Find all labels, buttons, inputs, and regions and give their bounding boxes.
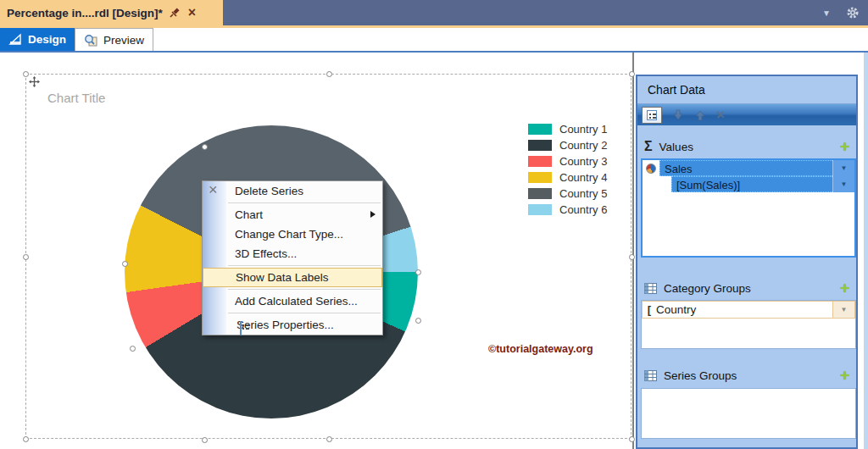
series-groups-listbox[interactable] — [641, 388, 856, 439]
legend-item[interactable]: Country 5 — [528, 186, 607, 202]
legend-item[interactable]: Country 2 — [528, 137, 607, 153]
surface-handle-s[interactable] — [326, 436, 332, 442]
sigma-icon: Σ — [644, 139, 653, 154]
menu-separator — [228, 202, 381, 203]
design-canvas-area: Chart Title Country 1 Country 2 Country … — [0, 53, 868, 449]
right-gutter — [858, 53, 868, 449]
series-pie-icon — [643, 160, 659, 176]
surface-handle-e[interactable] — [629, 254, 635, 260]
add-series-group-button[interactable]: + — [840, 368, 849, 383]
series-groups-header-label: Series Groups — [664, 369, 840, 382]
value-row-sales[interactable]: Sales ▼ — [643, 160, 854, 176]
chart-legend[interactable]: Country 1 Country 2 Country 3 Country 4 … — [528, 121, 607, 218]
menu-item-show-data-labels[interactable]: Show Data Labels — [203, 268, 382, 287]
legend-swatch — [528, 204, 552, 215]
chart-title[interactable]: Chart Title — [47, 91, 105, 105]
category-groups-listbox: [ Country ▼ — [641, 300, 856, 349]
view-tab-strip: Design Preview — [0, 28, 868, 51]
watermark-text: ©tutorialgateway.org — [488, 343, 593, 355]
category-groups-section-header: Category Groups + — [637, 279, 856, 297]
properties-icon — [647, 110, 657, 120]
tab-preview-label: Preview — [103, 34, 144, 47]
menu-separator — [228, 265, 381, 266]
legend-swatch — [528, 124, 552, 135]
right-gutter-strip — [864, 53, 868, 449]
pin-icon[interactable] — [170, 7, 181, 19]
legend-swatch — [528, 172, 552, 183]
bracket-icon: [ — [643, 302, 656, 318]
surface-handle-se[interactable] — [629, 436, 635, 442]
surface-handle-sw[interactable] — [23, 436, 29, 442]
move-down-icon[interactable] — [672, 109, 684, 121]
pie-handle-bottom[interactable] — [202, 437, 208, 443]
category-row-dropdown[interactable]: ▼ — [832, 302, 854, 318]
series-context-menu: × Delete Series Chart Change Chart Type.… — [202, 180, 383, 335]
legend-swatch — [528, 188, 552, 199]
document-tab-title: Percentage in....rdl [Design]* — [7, 7, 163, 19]
document-tab[interactable]: Percentage in....rdl [Design]* × — [0, 0, 223, 25]
menu-item-delete-series[interactable]: × Delete Series — [203, 181, 382, 201]
legend-label: Country 5 — [559, 187, 607, 200]
values-header-label: Values — [659, 141, 840, 153]
pie-handle-lower-right[interactable] — [415, 318, 421, 324]
pie-handle-top[interactable] — [202, 144, 208, 150]
category-groups-header-label: Category Groups — [664, 282, 840, 295]
design-icon — [8, 33, 23, 46]
move-handle-icon[interactable] — [29, 76, 40, 87]
legend-swatch — [528, 156, 552, 167]
menu-item-3d-effects[interactable]: 3D Effects... — [203, 244, 382, 263]
value-row-dropdown[interactable]: ▼ — [832, 160, 854, 176]
add-category-group-button[interactable]: + — [840, 280, 849, 296]
value-row-dropdown[interactable]: ▼ — [832, 176, 854, 192]
legend-label: Country 4 — [559, 171, 607, 184]
window-chevron-down-icon[interactable]: ▼ — [822, 8, 831, 18]
move-up-icon[interactable] — [694, 109, 706, 121]
close-tab-icon[interactable]: × — [188, 7, 196, 19]
tab-design-label: Design — [28, 33, 66, 46]
gear-icon[interactable] — [846, 6, 860, 19]
tab-design[interactable]: Design — [0, 28, 75, 51]
menu-item-change-chart-type[interactable]: Change Chart Type... — [203, 224, 382, 244]
menu-separator — [228, 313, 381, 313]
value-row-label: [Sum(Sales)] — [671, 176, 832, 192]
pie-handle-left[interactable] — [122, 261, 128, 267]
submenu-arrow-icon — [370, 211, 376, 218]
category-row-label: Country — [656, 302, 832, 318]
series-groups-section-header: Series Groups + — [637, 366, 856, 385]
surface-handle-w[interactable] — [23, 254, 29, 260]
pie-handle-right[interactable] — [415, 269, 421, 275]
properties-toolbar-button[interactable] — [642, 107, 662, 124]
menu-item-add-calculated-series[interactable]: Add Calculated Series... — [203, 291, 382, 311]
menu-item-chart[interactable]: Chart — [203, 205, 382, 224]
legend-item[interactable]: Country 6 — [528, 202, 607, 218]
surface-handle-ne[interactable] — [629, 71, 635, 77]
values-section-header: Σ Values + — [637, 137, 856, 156]
legend-label: Country 2 — [559, 139, 607, 152]
table-icon — [644, 283, 657, 294]
delete-x-icon: × — [209, 183, 218, 197]
surface-handle-nw[interactable] — [23, 71, 29, 77]
panel-splitter[interactable] — [632, 53, 634, 449]
chart-data-toolbar: × — [637, 103, 856, 125]
legend-item[interactable]: Country 1 — [528, 121, 607, 137]
legend-swatch — [528, 140, 552, 151]
preview-icon — [84, 34, 98, 47]
value-row-sum-sales[interactable]: [Sum(Sales)] ▼ — [643, 176, 854, 192]
chart-data-panel-title: Chart Data — [648, 83, 705, 97]
document-tab-bar: Percentage in....rdl [Design]* × ▼ — [0, 0, 868, 25]
legend-label: Country 6 — [559, 203, 607, 216]
legend-label: Country 3 — [559, 155, 607, 168]
chart-data-panel: Chart Data × Σ Values + Sales ▼ — [636, 75, 858, 449]
menu-separator — [228, 289, 381, 290]
tab-preview[interactable]: Preview — [75, 28, 153, 51]
surface-handle-n[interactable] — [326, 71, 332, 77]
category-row-country[interactable]: [ Country ▼ — [642, 301, 855, 319]
delete-field-icon[interactable]: × — [716, 109, 725, 121]
pie-handle-lower-left[interactable] — [130, 346, 136, 352]
legend-item[interactable]: Country 3 — [528, 153, 607, 169]
add-value-button[interactable]: + — [840, 139, 849, 154]
menu-item-series-properties[interactable]: Series Properties... — [203, 315, 382, 335]
table-icon — [644, 370, 657, 381]
legend-item[interactable]: Country 4 — [528, 169, 607, 186]
legend-label: Country 1 — [559, 123, 607, 136]
